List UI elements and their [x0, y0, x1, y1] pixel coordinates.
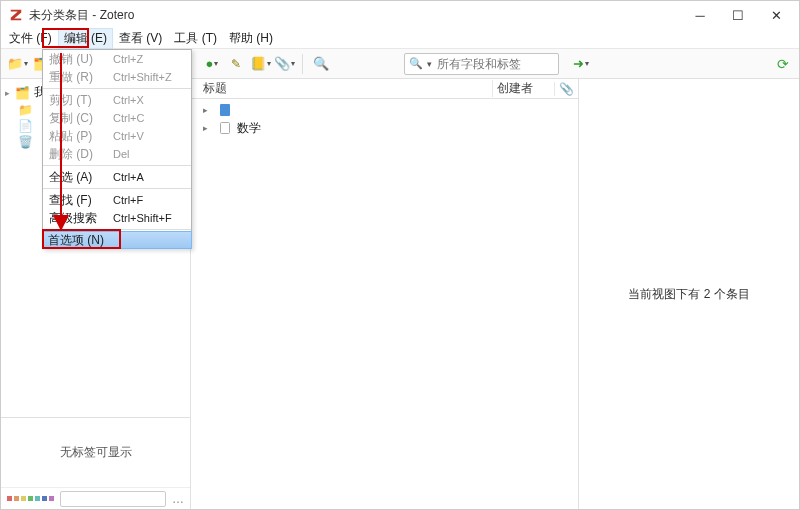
details-status: 当前视图下有 2 个条目: [628, 286, 749, 303]
menu-edit[interactable]: 编辑 (E): [58, 28, 113, 49]
item-details-pane: 当前视图下有 2 个条目: [579, 79, 799, 509]
window-controls: ─ ☐ ✕: [681, 2, 795, 28]
item-row[interactable]: ▸ 数学: [191, 119, 578, 137]
columns-header[interactable]: 标题 创建者 📎: [191, 79, 578, 99]
menu-undo[interactable]: 撤销 (U) Ctrl+Z: [43, 50, 191, 68]
menu-cut[interactable]: 剪切 (T) Ctrl+X: [43, 91, 191, 109]
chevron-right-icon: ▸: [5, 88, 10, 98]
new-item-button[interactable]: ●: [202, 54, 222, 74]
tag-filter-input[interactable]: [60, 491, 166, 507]
maximize-button[interactable]: ☐: [719, 2, 757, 28]
new-note-button[interactable]: 📒: [250, 54, 270, 74]
locate-button[interactable]: ➜: [571, 54, 591, 74]
items-list[interactable]: ▸ ▸ 数学: [191, 99, 578, 509]
minimize-button[interactable]: ─: [681, 2, 719, 28]
zotero-icon: [9, 8, 23, 22]
menu-help[interactable]: 帮助 (H): [223, 28, 279, 49]
menu-view[interactable]: 查看 (V): [113, 28, 168, 49]
search-box[interactable]: 🔍 ▾: [404, 53, 559, 75]
page-icon: [218, 121, 232, 135]
plus-icon: ●: [206, 56, 214, 71]
menu-redo[interactable]: 重做 (R) Ctrl+Shift+Z: [43, 68, 191, 86]
toolbar-separator: [302, 54, 303, 74]
menu-file[interactable]: 文件 (F): [3, 28, 58, 49]
note-icon: 📒: [250, 56, 266, 71]
menu-select-all[interactable]: 全选 (A) Ctrl+A: [43, 168, 191, 186]
menubar: 文件 (F) 编辑 (E) 查看 (V) 工具 (T) 帮助 (H): [1, 29, 799, 49]
menu-advanced-search[interactable]: 高级搜索 Ctrl+Shift+F: [43, 209, 191, 227]
search-icon: 🔍: [405, 57, 427, 70]
column-creator[interactable]: 创建者: [492, 80, 554, 97]
menu-separator: [43, 165, 191, 166]
column-attachment[interactable]: 📎: [554, 82, 578, 96]
menu-tools[interactable]: 工具 (T): [168, 28, 223, 49]
menu-paste[interactable]: 粘贴 (P) Ctrl+V: [43, 127, 191, 145]
titlebar: 未分类条目 - Zotero ─ ☐ ✕: [1, 1, 799, 29]
wand-icon: ✎: [231, 57, 241, 71]
menu-delete[interactable]: 删除 (D) Del: [43, 145, 191, 163]
tag-color-swatches[interactable]: [7, 496, 54, 501]
tag-menu-button[interactable]: …: [172, 492, 184, 506]
svg-rect-1: [221, 123, 230, 134]
svg-rect-0: [220, 104, 230, 116]
column-title[interactable]: 标题: [191, 80, 492, 97]
item-row[interactable]: ▸: [191, 101, 578, 119]
tags-pane: 无标签可显示: [1, 417, 190, 487]
duplicates-icon: 📁: [17, 103, 33, 117]
unfiled-icon: 📄: [17, 119, 33, 133]
expand-toggle[interactable]: ▸: [203, 123, 213, 133]
add-by-identifier-button[interactable]: ✎: [226, 54, 246, 74]
items-pane: 标题 创建者 📎 ▸ ▸ 数学: [191, 79, 579, 509]
library-icon: 🗂️: [14, 86, 30, 100]
tags-toolbar: …: [1, 487, 190, 509]
search-mode-dropdown[interactable]: ▾: [427, 59, 435, 69]
advanced-search-button[interactable]: 🔍: [311, 54, 331, 74]
magnifier-icon: 🔍: [313, 56, 329, 71]
menu-separator: [43, 88, 191, 89]
item-title: 数学: [237, 120, 261, 137]
menu-find[interactable]: 查找 (F) Ctrl+F: [43, 191, 191, 209]
clip-icon: 📎: [274, 56, 290, 71]
menu-separator: [43, 229, 191, 230]
tags-empty-text: 无标签可显示: [60, 444, 132, 461]
edit-menu-dropdown: 撤销 (U) Ctrl+Z 重做 (R) Ctrl+Shift+Z 剪切 (T)…: [42, 49, 192, 249]
menu-preferences[interactable]: 首选项 (N): [42, 231, 192, 249]
folder-icon: 📁: [7, 56, 23, 71]
expand-toggle[interactable]: ▸: [203, 105, 213, 115]
arrow-icon: ➜: [573, 56, 584, 71]
sync-button[interactable]: ⟳: [773, 54, 793, 74]
window-title: 未分类条目 - Zotero: [29, 7, 134, 24]
book-icon: [218, 103, 232, 117]
close-button[interactable]: ✕: [757, 2, 795, 28]
new-collection-button[interactable]: 📁: [7, 54, 27, 74]
add-attachment-button[interactable]: 📎: [274, 54, 294, 74]
search-input[interactable]: [435, 56, 589, 72]
menu-separator: [43, 188, 191, 189]
trash-icon: 🗑️: [17, 135, 33, 149]
sync-icon: ⟳: [777, 56, 789, 72]
menu-copy[interactable]: 复制 (C) Ctrl+C: [43, 109, 191, 127]
